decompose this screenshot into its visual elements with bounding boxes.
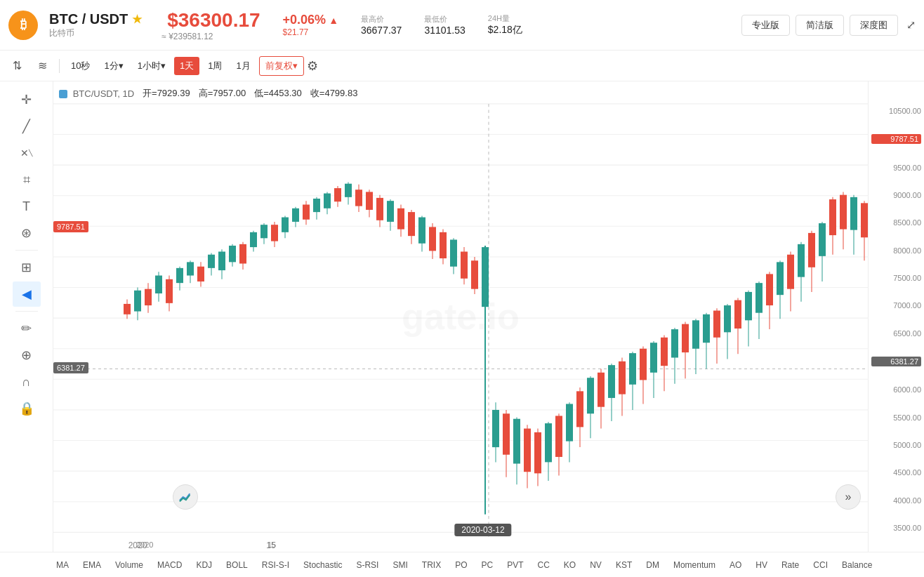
indicator-stochastic-button[interactable]: Stochastic	[301, 559, 345, 571]
candle-group	[124, 183, 868, 515]
svg-rect-28	[176, 268, 183, 283]
svg-rect-80	[450, 239, 457, 266]
indicator-ao-button[interactable]: AO	[727, 559, 744, 571]
svg-rect-130	[713, 310, 720, 337]
indicator-po-button[interactable]: PO	[452, 559, 470, 571]
low-stat: 最低价 31101.53	[424, 14, 465, 36]
time-1m-button[interactable]: 1分▾	[98, 57, 128, 75]
settings-icon[interactable]: ⚙	[307, 58, 318, 74]
high-label: 最高价	[361, 14, 402, 25]
pencil-icon[interactable]: ✏	[13, 316, 41, 341]
left-toolbar: ✛ ╱ ✕╲ ⌗ T ⊛ ⊞ ◀ ✏ ⊕ ∩ 🔒	[0, 81, 53, 552]
grid-tool-icon[interactable]: ⌗	[13, 167, 41, 192]
crosshair-tool[interactable]: ⇅	[6, 55, 28, 77]
change-block: +0.06% ▲ $21.77	[283, 13, 338, 37]
layout-tool-icon[interactable]: ⊞	[13, 255, 41, 280]
svg-rect-100	[555, 416, 562, 456]
svg-rect-92	[513, 419, 520, 464]
next-page-button[interactable]: »	[836, 484, 861, 510]
indicator-kdj-button[interactable]: KDJ	[193, 559, 215, 571]
high-label: 高=	[199, 88, 213, 98]
svg-rect-94	[524, 429, 531, 472]
time-1h-button[interactable]: 1小时▾	[132, 57, 171, 75]
svg-rect-126	[692, 320, 699, 348]
y-label-6000: 6000.00	[871, 385, 921, 394]
low-value: 31101.53	[424, 25, 465, 36]
open-value: 7929.39	[157, 88, 190, 98]
indicator-cc-button[interactable]: CC	[535, 559, 553, 571]
time-1d-button[interactable]: 1天	[174, 57, 199, 75]
indicator-kst-button[interactable]: KST	[613, 559, 635, 571]
svg-rect-86	[482, 247, 489, 307]
indicator-dm-button[interactable]: DM	[643, 559, 662, 571]
close-label: 收=	[310, 88, 325, 98]
indicator-ema-button[interactable]: EMA	[80, 559, 104, 571]
zoom-icon[interactable]: ⊕	[13, 343, 41, 368]
expand-icon[interactable]: ⤢	[906, 18, 916, 32]
node-tool-icon[interactable]: ⊛	[13, 220, 41, 246]
depth-chart-button[interactable]: 深度图	[850, 15, 898, 36]
indicator-trix-button[interactable]: TRIX	[419, 559, 444, 571]
indicator-ko-button[interactable]: KO	[561, 559, 579, 571]
lock-icon[interactable]: 🔒	[13, 396, 41, 421]
svg-rect-138	[755, 283, 763, 313]
chart-info-bar: BTC/USDT, 1D 开=7929.39 高=7957.00 低=4453.…	[59, 87, 357, 100]
toolbar-divider	[59, 59, 60, 73]
svg-rect-64	[366, 192, 373, 210]
svg-rect-52	[303, 204, 310, 219]
svg-rect-22	[145, 289, 152, 305]
pair-name: BTC / USDT ★	[49, 11, 142, 27]
svg-rect-58	[334, 188, 341, 201]
svg-rect-62	[355, 190, 362, 206]
indicator-hv-button[interactable]: HV	[753, 559, 770, 571]
indicator-balance-button[interactable]: Balance	[839, 559, 875, 571]
indicator-rate-button[interactable]: Rate	[779, 559, 802, 571]
favorite-star-icon[interactable]: ★	[132, 13, 142, 26]
y-label-5500: 5500.00	[871, 413, 921, 422]
indicator-macd-button[interactable]: MACD	[154, 559, 185, 571]
chart-line-icon	[178, 490, 192, 504]
indicator-nv-button[interactable]: NV	[587, 559, 605, 571]
pro-version-button[interactable]: 专业版	[741, 15, 790, 36]
crosshair-icon[interactable]: ✛	[13, 87, 41, 112]
indicator-cci-button[interactable]: CCI	[810, 559, 831, 571]
svg-rect-114	[629, 353, 636, 385]
svg-rect-48	[282, 218, 289, 232]
indicator-ma-button[interactable]: MA	[53, 559, 72, 571]
indicator-s-rsi-button[interactable]: S-RSI	[353, 559, 381, 571]
indicator-pvt-button[interactable]: PVT	[504, 559, 526, 571]
svg-rect-110	[608, 365, 615, 398]
marker-price-right: 6381.27	[871, 357, 921, 366]
y-label-7500: 7500.00	[871, 274, 921, 282]
svg-rect-38	[229, 246, 236, 262]
left-toolbar-separator2	[15, 311, 38, 312]
indicator-smi-button[interactable]: SMI	[390, 559, 410, 571]
magnet-icon[interactable]: ∩	[13, 369, 41, 394]
bar-tool[interactable]: ≋	[31, 55, 53, 77]
back-icon[interactable]: ◀	[13, 281, 41, 307]
chart-open: 开=7929.39	[143, 87, 190, 100]
chart-area: BTC/USDT, 1D 开=7929.39 高=7957.00 低=4453.…	[53, 81, 868, 552]
x-label-15: 15	[268, 540, 276, 549]
svg-rect-36	[218, 251, 225, 270]
line-tool-icon[interactable]: ╱	[13, 114, 41, 139]
time-1w-button[interactable]: 1周	[202, 57, 227, 75]
svg-rect-46	[271, 225, 278, 241]
indicator-boll-button[interactable]: BOLL	[223, 559, 251, 571]
indicator-pc-button[interactable]: PC	[479, 559, 496, 571]
text-tool-icon[interactable]: T	[13, 194, 41, 219]
simple-version-button[interactable]: 简洁版	[796, 15, 844, 36]
time-10s-button[interactable]: 10秒	[65, 57, 95, 75]
svg-rect-40	[239, 244, 246, 264]
svg-rect-156	[850, 197, 857, 230]
svg-rect-54	[313, 199, 320, 212]
time-1mo-button[interactable]: 1月	[230, 57, 256, 75]
cross-tool-icon[interactable]: ✕╲	[13, 140, 41, 166]
chart-symbol-label: BTC/USDT, 1D	[59, 88, 134, 99]
indicator-momentum-button[interactable]: Momentum	[671, 559, 718, 571]
restore-rights-button[interactable]: 前复权▾	[259, 56, 304, 76]
indicator-shortcut-button[interactable]	[173, 484, 198, 510]
indicator-rsi-s-i-button[interactable]: RSI-S-I	[259, 559, 292, 571]
indicator-volume-button[interactable]: Volume	[112, 559, 146, 571]
svg-rect-118	[650, 343, 657, 373]
